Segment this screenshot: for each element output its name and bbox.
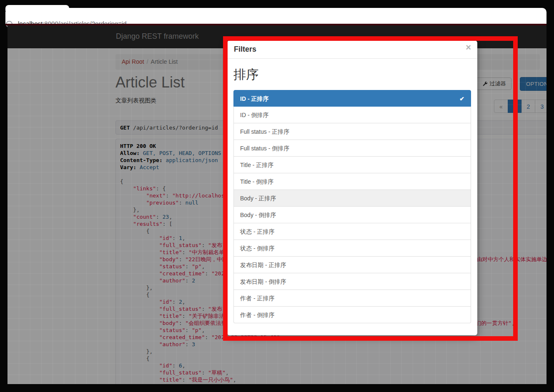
filter-option-10[interactable]: 发布日期 - 正排序 <box>233 257 471 273</box>
filter-option-12[interactable]: 作者 - 正排序 <box>233 290 471 307</box>
filter-option-label: Full status - 倒排序 <box>240 145 289 152</box>
close-icon[interactable]: × <box>466 43 471 52</box>
filter-option-label: 状态 - 倒排序 <box>240 245 274 252</box>
filter-option-3[interactable]: Full status - 倒排序 <box>233 140 471 157</box>
filter-option-11[interactable]: 发布日期 - 倒排序 <box>233 273 471 290</box>
filter-option-9[interactable]: 状态 - 倒排序 <box>233 240 471 257</box>
filter-option-label: 作者 - 倒排序 <box>240 312 274 318</box>
modal-body: 排序 ID - 正排序✔ID - 倒排序Full status - 正排序Ful… <box>227 59 477 323</box>
ordering-options-list: ID - 正排序✔ID - 倒排序Full status - 正排序Full s… <box>233 90 471 323</box>
browser-toolbar: localhost:8000/api/articles/?ordering=id <box>5 8 546 24</box>
filter-option-13[interactable]: 作者 - 倒排序 <box>233 307 471 323</box>
filter-option-label: 状态 - 正排序 <box>240 228 274 235</box>
filter-option-2[interactable]: Full status - 正排序 <box>233 123 471 140</box>
filter-option-label: 发布日期 - 正排序 <box>240 262 286 268</box>
filter-option-label: 发布日期 - 倒排序 <box>240 278 286 285</box>
filter-option-label: Title - 倒排序 <box>240 178 273 185</box>
filter-option-7[interactable]: Body - 倒排序 <box>233 207 471 223</box>
filter-option-label: Body - 正排序 <box>240 195 276 202</box>
filter-option-1[interactable]: ID - 倒排序 <box>233 107 471 123</box>
sort-heading: 排序 <box>233 66 471 83</box>
filter-option-label: ID - 倒排序 <box>240 112 268 118</box>
filter-option-label: 作者 - 正排序 <box>240 295 274 302</box>
filters-modal: Filters × 排序 ID - 正排序✔ID - 倒排序Full statu… <box>227 40 477 335</box>
filter-option-4[interactable]: Title - 正排序 <box>233 157 471 173</box>
filter-option-5[interactable]: Title - 倒排序 <box>233 173 471 190</box>
filter-option-0[interactable]: ID - 正排序✔ <box>233 90 471 107</box>
filter-option-label: ID - 正排序 <box>240 95 268 102</box>
filter-option-label: Body - 倒排序 <box>240 212 276 218</box>
filter-option-6[interactable]: Body - 正排序 <box>233 190 471 207</box>
filter-option-8[interactable]: 状态 - 正排序 <box>233 223 471 240</box>
modal-title: Filters <box>234 45 256 54</box>
filter-option-label: Full status - 正排序 <box>240 128 289 135</box>
modal-header: Filters × <box>227 40 477 59</box>
filter-option-label: Title - 正排序 <box>240 162 273 168</box>
check-icon: ✔ <box>459 95 464 103</box>
